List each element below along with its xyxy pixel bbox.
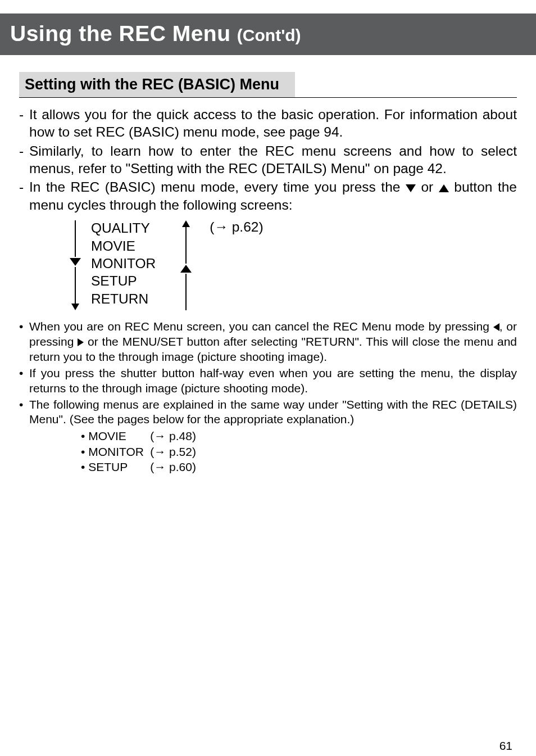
arrow-line xyxy=(75,267,76,304)
intro-text: It allows you for the quick access to th… xyxy=(29,106,517,141)
left-arrow-column xyxy=(70,219,81,311)
bullet-item: • If you press the shutter button half-w… xyxy=(19,366,517,396)
right-triangle-icon xyxy=(78,338,84,346)
menu-items-list: QUALITY MOVIE MONITOR SETUP RETURN xyxy=(91,219,156,311)
sub-bullet-label: MOVIE xyxy=(88,428,150,443)
sub-bullet-item: • MONITOR(→ p.52) xyxy=(81,444,517,459)
subheading-wrap: Setting with the REC (BASIC) Menu xyxy=(19,72,517,98)
bullet-text: When you are on REC Menu screen, you can… xyxy=(29,319,517,365)
page-ref-column: (→ p.62) xyxy=(180,219,263,311)
bullet-text: If you press the shutter button half-way… xyxy=(29,366,517,396)
page-title-main: Using the REC Menu xyxy=(10,21,237,46)
sub-bullet-list: • MOVIE(→ p.48) • MONITOR(→ p.52) • SETU… xyxy=(81,428,517,474)
left-triangle-icon xyxy=(493,323,499,331)
intro-item: - In the REC (BASIC) menu mode, every ti… xyxy=(19,178,517,214)
page-number: 61 xyxy=(499,739,512,753)
bullet-marker: • xyxy=(19,366,29,396)
sub-bullet-ref: (→ p.52) xyxy=(150,444,196,459)
sub-bullet-label: MONITOR xyxy=(88,444,150,459)
menu-item: RETURN xyxy=(91,290,156,307)
sub-bullet-item: • MOVIE(→ p.48) xyxy=(81,428,517,443)
menu-item: SETUP xyxy=(91,272,156,289)
arrowhead-down-icon xyxy=(71,304,79,310)
bullet-text: The following menus are explained in the… xyxy=(29,397,517,428)
up-triangle-icon xyxy=(180,265,192,273)
down-triangle-icon xyxy=(70,258,81,266)
menu-item: QUALITY xyxy=(91,219,156,237)
sub-bullet-ref: (→ p.48) xyxy=(150,428,196,443)
arrowhead-up-icon xyxy=(182,220,190,227)
menu-cycle-diagram: QUALITY MOVIE MONITOR SETUP RETURN (→ p.… xyxy=(70,219,517,311)
sub-bullet-ref: (→ p.60) xyxy=(150,459,196,474)
intro-paragraphs: - It allows you for the quick access to … xyxy=(19,106,517,214)
bullet-marker: • xyxy=(19,397,29,428)
down-triangle-icon xyxy=(406,184,416,192)
right-arrow-column xyxy=(180,219,192,311)
arrow-line xyxy=(185,274,187,310)
page-title-sub: (Cont'd) xyxy=(237,26,301,44)
intro-item: - It allows you for the quick access to … xyxy=(19,106,517,141)
bullet-marker: • xyxy=(19,319,29,365)
dash-marker: - xyxy=(19,106,29,141)
arrow-line xyxy=(75,220,76,257)
sub-bullet-item: • SETUP(→ p.60) xyxy=(81,459,517,474)
intro-text: Similarly, to learn how to enter the REC… xyxy=(29,142,517,178)
intro-item: - Similarly, to learn how to enter the R… xyxy=(19,142,517,178)
sub-bullet-label: SETUP xyxy=(88,459,150,474)
up-triangle-icon xyxy=(439,184,449,192)
arrow-line xyxy=(185,227,187,264)
page: Using the REC Menu (Cont'd) Setting with… xyxy=(0,13,536,756)
content-area: Setting with the REC (BASIC) Menu - It a… xyxy=(0,55,536,474)
bullet-item: • The following menus are explained in t… xyxy=(19,397,517,428)
bullet-item: • When you are on REC Menu screen, you c… xyxy=(19,319,517,365)
menu-item: MONITOR xyxy=(91,255,156,272)
notes-bullets: • When you are on REC Menu screen, you c… xyxy=(19,319,517,427)
section-subheading: Setting with the REC (BASIC) Menu xyxy=(19,72,295,97)
dash-marker: - xyxy=(19,178,29,214)
quality-page-ref: (→ p.62) xyxy=(210,219,263,235)
dash-marker: - xyxy=(19,142,29,178)
title-bar: Using the REC Menu (Cont'd) xyxy=(0,13,536,55)
intro-text: In the REC (BASIC) menu mode, every time… xyxy=(29,178,517,214)
menu-item: MOVIE xyxy=(91,237,156,255)
